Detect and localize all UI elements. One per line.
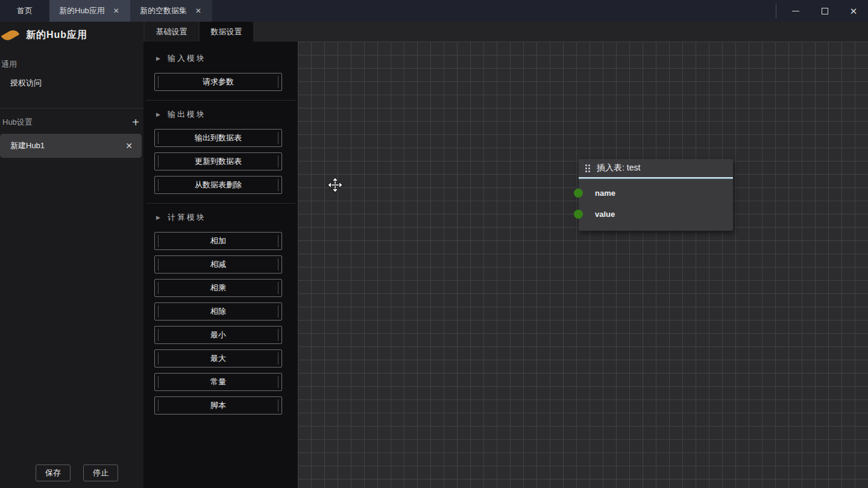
node-title: 插入表: test <box>597 163 640 174</box>
section-divider <box>146 203 295 204</box>
section-label: 输出模块 <box>168 109 206 120</box>
port-label: name <box>595 189 615 198</box>
section-label: 计算模块 <box>168 212 206 223</box>
main-area: 新的Hub应用 通用 授权访问 Hub设置 + 新建Hub1✕ 保存停止 基础设… <box>0 22 868 488</box>
section-label: 输入模块 <box>168 53 206 64</box>
workspace-content: ▶输入模块请求参数▶输出模块输出到数据表更新到数据表从数据表删除▶计算模块相加相… <box>143 42 868 488</box>
module-button[interactable]: 更新到数据表 <box>154 152 282 170</box>
chevron-right-icon: ▶ <box>156 55 160 61</box>
section-divider <box>146 100 295 101</box>
hub-item-list: 新建Hub1✕ <box>0 128 143 158</box>
workspace-column: 基础设置数据设置 ▶输入模块请求参数▶输出模块输出到数据表更新到数据表从数据表删… <box>143 22 868 488</box>
tab-label: 新的空数据集 <box>140 5 187 16</box>
minimize-button[interactable] <box>781 0 810 22</box>
section-header[interactable]: ▶输出模块 <box>143 104 298 124</box>
module-button[interactable]: 相减 <box>154 255 282 274</box>
hub-settings-label: Hub设置 <box>1 117 34 128</box>
app-leaf-icon <box>1 27 20 42</box>
close-icon: ✕ <box>850 7 858 16</box>
close-tab-icon[interactable]: ✕ <box>112 7 121 15</box>
drag-handle-icon[interactable] <box>585 164 590 172</box>
module-button[interactable]: 常量 <box>154 373 282 391</box>
app-tabs: 首页新的Hub应用✕新的空数据集✕ <box>0 0 776 22</box>
module-button[interactable]: 请求参数 <box>154 73 282 91</box>
sidebar-header: 新的Hub应用 <box>0 22 143 46</box>
maximize-button[interactable] <box>810 0 839 22</box>
module-button[interactable]: 相乘 <box>154 279 282 297</box>
window-controls-divider <box>776 4 776 18</box>
port-icon[interactable] <box>574 210 583 219</box>
sidebar: 新的Hub应用 通用 授权访问 Hub设置 + 新建Hub1✕ 保存停止 <box>0 22 143 488</box>
minimize-icon <box>792 11 799 11</box>
window-controls: ✕ <box>776 0 868 22</box>
footer-button-0[interactable]: 保存 <box>36 465 71 481</box>
insert-table-node[interactable]: 插入表: test namevalue <box>579 159 733 231</box>
tab-2[interactable]: 新的空数据集✕ <box>130 0 212 22</box>
footer-button-1[interactable]: 停止 <box>83 465 118 481</box>
maximize-icon <box>822 8 828 14</box>
module-panel: ▶输入模块请求参数▶输出模块输出到数据表更新到数据表从数据表删除▶计算模块相加相… <box>143 42 298 488</box>
add-hub-icon[interactable]: + <box>130 116 141 128</box>
tab-1[interactable]: 新的Hub应用✕ <box>49 0 130 22</box>
node-port[interactable]: value <box>579 204 733 225</box>
module-button[interactable]: 最小 <box>154 326 282 344</box>
remove-hub-icon[interactable]: ✕ <box>124 140 134 151</box>
page-title: 新的Hub应用 <box>26 29 87 42</box>
port-label: value <box>595 210 615 219</box>
app-window: 首页新的Hub应用✕新的空数据集✕ ✕ 新的Hub应用 通用 授权访问 Hub设… <box>0 0 868 488</box>
close-window-button[interactable]: ✕ <box>839 0 868 22</box>
tab-label: 新的Hub应用 <box>59 5 105 16</box>
sidebar-hub-item[interactable]: 新建Hub1✕ <box>0 134 142 158</box>
close-tab-icon[interactable]: ✕ <box>194 7 203 15</box>
tab-label: 首页 <box>17 5 33 16</box>
sidebar-group-general: 通用 <box>0 59 143 70</box>
hub-item-label: 新建Hub1 <box>10 140 45 151</box>
node-ports: namevalue <box>579 179 733 231</box>
module-button[interactable]: 相除 <box>154 302 282 321</box>
node-header[interactable]: 插入表: test <box>579 159 733 177</box>
module-button[interactable]: 最大 <box>154 349 282 368</box>
tab-0[interactable]: 首页 <box>0 0 49 22</box>
settings-tabbar: 基础设置数据设置 <box>143 22 868 42</box>
sidebar-item-authorized-access[interactable]: 授权访问 <box>0 72 143 95</box>
section-header[interactable]: ▶计算模块 <box>143 207 298 227</box>
tab-settings-0[interactable]: 基础设置 <box>145 22 198 42</box>
window-titlebar: 首页新的Hub应用✕新的空数据集✕ ✕ <box>0 0 868 22</box>
module-button[interactable]: 相加 <box>154 232 282 250</box>
node-canvas[interactable]: 插入表: test namevalue <box>298 42 868 488</box>
tab-settings-1[interactable]: 数据设置 <box>200 22 253 42</box>
module-button[interactable]: 从数据表删除 <box>154 176 282 194</box>
sidebar-footer: 保存停止 <box>0 465 143 488</box>
section-header[interactable]: ▶输入模块 <box>143 48 298 67</box>
sidebar-group-hub-settings: Hub设置 + <box>0 108 143 128</box>
chevron-right-icon: ▶ <box>156 214 160 221</box>
node-port[interactable]: name <box>579 183 733 204</box>
move-cursor-icon <box>327 177 343 193</box>
module-button[interactable]: 输出到数据表 <box>154 129 282 147</box>
port-icon[interactable] <box>574 189 583 198</box>
chevron-right-icon: ▶ <box>156 111 160 117</box>
module-button[interactable]: 脚本 <box>154 396 282 414</box>
